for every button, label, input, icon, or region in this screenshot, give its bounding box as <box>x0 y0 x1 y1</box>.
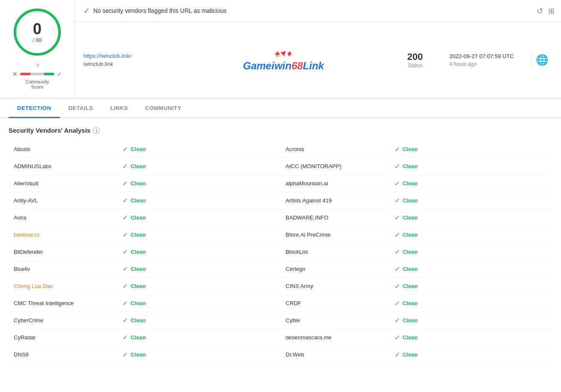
refresh-icon[interactable]: ↺ <box>537 6 543 16</box>
logo-area: ♠ ♥ ♦ Game iwin 68 Link <box>178 48 389 72</box>
check-icon-right: ✓ <box>395 196 400 205</box>
clean-label-right: Clean <box>403 351 418 358</box>
url-domain: iwinclub.link <box>83 61 169 67</box>
vendor-name-left: CyRadar <box>9 329 117 346</box>
vendor-status-left: ✓ Clean <box>117 226 280 244</box>
table-row: ADMINUSLabs ✓ Clean AICC (MONITORAPP) ✓ … <box>9 158 552 175</box>
vendor-name-right: Cyble <box>281 312 389 329</box>
vendor-name-left: DNS8 <box>9 346 117 363</box>
section-title-text: Security Vendors' Analysis <box>9 127 90 134</box>
vendor-table: Abusix ✓ Clean Acronis ✓ Clean ADMINUSLa… <box>9 141 552 363</box>
clean-label-left: Clean <box>131 146 145 152</box>
vendor-status-right: ✓ Clean <box>389 261 552 278</box>
community-score-label: CommunityScore <box>25 79 49 89</box>
clean-label-left: Clean <box>131 249 145 255</box>
vendor-status-right: ✓ Clean <box>389 346 552 363</box>
action-icons: ↺ ⊞ <box>537 6 555 16</box>
vendor-name-right: Bfore.Ai PreCrime <box>281 226 389 244</box>
clean-label-left: Clean <box>131 334 145 341</box>
vendor-name-left: CyberCrime <box>9 312 117 329</box>
community-score-negative-icon[interactable]: ✕ <box>12 71 18 77</box>
full-url-link[interactable]: https://iwinclub.link/ <box>83 53 169 59</box>
check-icon-left: ✓ <box>122 145 128 153</box>
safe-banner-text: No security vendors flagged this URL as … <box>93 7 227 14</box>
check-icon-right: ✓ <box>395 299 400 307</box>
url-meta-row: https://iwinclub.link/ iwinclub.link ♠ ♥… <box>75 22 561 98</box>
table-row: Antiy-AVL ✓ Clean Artists Against 419 ✓ … <box>9 192 552 209</box>
vendor-name-right: BlockList <box>281 244 389 261</box>
check-icon-left: ✓ <box>122 179 128 187</box>
clean-label-left: Clean <box>131 214 145 221</box>
check-icon-left: ✓ <box>122 299 128 307</box>
community-score-positive-icon[interactable]: ✓ <box>57 71 62 77</box>
globe-icon: 🌐 <box>536 54 549 66</box>
community-score-bar-row: ✕ ✓ <box>12 71 62 77</box>
info-panel: ✓ No security vendors flagged this URL a… <box>75 0 561 98</box>
clean-label-left: Clean <box>131 317 145 324</box>
tabs-bar: DETECTION DETAILS LINKS COMMUNITY <box>0 99 561 118</box>
table-row: DNS8 ✓ Clean Dr.Web ✓ Clean <box>9 346 552 363</box>
vendor-status-left: ✓ Clean <box>117 261 280 278</box>
vendor-name-right: AICC (MONITORAPP) <box>281 158 389 175</box>
vendor-status-right: ✓ Clean <box>389 278 552 295</box>
check-icon-right: ✓ <box>395 179 400 187</box>
vendor-name-right: Acronis <box>281 141 389 158</box>
logo-text-68: 68 <box>291 60 303 72</box>
table-row: CMC Threat Intelligence ✓ Clean CRDF ✓ C… <box>9 295 552 312</box>
vendor-name-right: alphaMountain.ai <box>281 175 389 192</box>
safe-banner: ✓ No security vendors flagged this URL a… <box>75 0 561 22</box>
vendor-name-right: CINS Army <box>281 278 389 295</box>
vendor-status-left: ✓ Clean <box>117 312 280 329</box>
clean-label-left: Clean <box>131 283 145 289</box>
qr-icon[interactable]: ⊞ <box>548 6 555 16</box>
logo-text-iwin: iwin <box>271 60 291 72</box>
table-row: Abusix ✓ Clean Acronis ✓ Clean <box>9 141 552 158</box>
vendor-status-left: ✓ Clean <box>117 158 280 175</box>
datetime-area: 2022-09-27 07:07:59 UTC 4 hours ago <box>441 53 522 67</box>
check-icon-right: ✓ <box>395 214 400 222</box>
vendor-name-right: Certego <box>281 261 389 278</box>
vendor-name-left: ADMINUSLabs <box>9 158 117 175</box>
check-icon-right: ✓ <box>395 248 400 256</box>
card-icon-3: ♦ <box>286 48 294 59</box>
tab-details[interactable]: DETAILS <box>60 99 102 117</box>
status-code: 200 <box>407 51 423 62</box>
clean-label-right: Clean <box>403 180 418 187</box>
vendor-name-right: Artists Against 419 <box>281 192 389 209</box>
globe-icon-area[interactable]: 🌐 <box>531 54 552 66</box>
check-icon-right: ✓ <box>395 231 400 239</box>
table-row: BitDefender ✓ Clean BlockList ✓ Clean <box>9 244 552 261</box>
table-row: CyRadar ✓ Clean desenmascara.me ✓ Clean <box>9 329 552 346</box>
check-icon-left: ✓ <box>122 162 128 170</box>
table-row: Chong Lua Dao ✓ Clean CINS Army ✓ Clean <box>9 278 552 295</box>
vendor-status-left: ✓ Clean <box>117 209 280 226</box>
clean-label-left: Clean <box>131 197 145 204</box>
check-icon-left: ✓ <box>122 214 128 222</box>
tab-detection[interactable]: DETECTION <box>9 99 60 117</box>
check-icon-right: ✓ <box>395 333 400 342</box>
logo-text-game: Game <box>243 60 272 72</box>
vendor-name-left[interactable]: benkow.cc <box>9 226 117 244</box>
status-area: 200 Status <box>398 51 432 68</box>
tab-links[interactable]: LINKS <box>102 99 137 117</box>
check-icon-right: ✓ <box>395 162 400 170</box>
section-title-row: Security Vendors' Analysis i <box>9 127 552 134</box>
tab-community[interactable]: COMMUNITY <box>137 99 190 117</box>
table-row: benkow.cc ✓ Clean Bfore.Ai PreCrime ✓ Cl… <box>9 226 552 244</box>
vendor-status-right: ✓ Clean <box>389 209 552 226</box>
vendor-name-left[interactable]: Chong Lua Dao <box>9 278 117 295</box>
vendor-name-left: CMC Threat Intelligence <box>9 295 117 312</box>
section-info-icon[interactable]: i <box>93 127 100 134</box>
check-icon-right: ✓ <box>395 316 400 324</box>
check-icon-left: ✓ <box>122 265 128 273</box>
vendor-name-left: BitDefender <box>9 244 117 261</box>
check-icon-left: ✓ <box>122 282 128 290</box>
datetime-ago: 4 hours ago <box>449 61 514 67</box>
clean-label-left: Clean <box>131 232 145 238</box>
clean-label-left: Clean <box>131 180 145 187</box>
vendor-status-left: ✓ Clean <box>117 192 280 209</box>
check-icon-left: ✓ <box>122 333 128 342</box>
vendor-status-right: ✓ Clean <box>389 158 552 175</box>
community-score-question: ? <box>36 62 39 69</box>
vendor-status-left: ✓ Clean <box>117 329 280 346</box>
